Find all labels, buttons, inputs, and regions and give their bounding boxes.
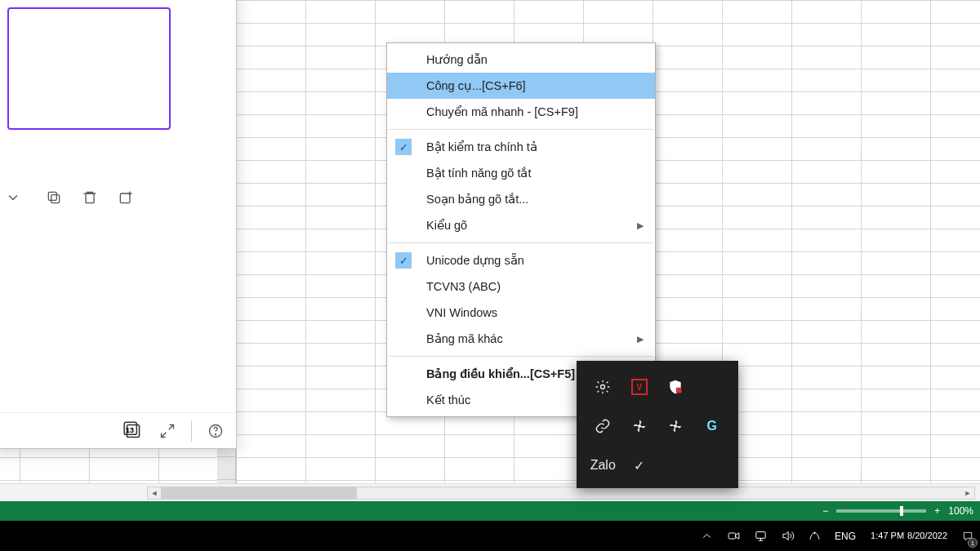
green-check-tray-icon[interactable]: ✓ bbox=[623, 447, 657, 483]
menu-item-label: Kết thúc bbox=[426, 393, 470, 407]
scroll-track[interactable] bbox=[161, 487, 961, 499]
menu-separator bbox=[389, 242, 653, 243]
menu-item[interactable]: Bảng mã khác▶ bbox=[387, 326, 655, 352]
panel-toolbar bbox=[0, 180, 236, 215]
tray-overflow-button[interactable] bbox=[693, 521, 720, 551]
svg-marker-17 bbox=[736, 533, 739, 539]
submenu-arrow-icon: ▶ bbox=[637, 334, 644, 344]
garena-tray-icon[interactable] bbox=[696, 369, 729, 405]
menu-item-label: TCVN3 (ABC) bbox=[426, 280, 501, 293]
defender-tray-icon[interactable] bbox=[659, 369, 693, 405]
svg-rect-13 bbox=[676, 388, 682, 393]
menu-item-label: Bật tính năng gõ tắt bbox=[426, 167, 531, 180]
menu-item-label: Bảng điều khiển...[CS+F5] bbox=[426, 367, 575, 380]
menu-item[interactable]: ✓Bật kiểm tra chính tả bbox=[387, 134, 655, 160]
zoom-in-button[interactable]: + bbox=[934, 505, 940, 517]
time-label: 1:47 PM bbox=[871, 531, 904, 541]
fan2-tray-icon[interactable] bbox=[659, 408, 693, 444]
scroll-left-arrow[interactable]: ◄ bbox=[148, 487, 161, 499]
unikey-tray-icon[interactable]: V bbox=[623, 369, 657, 405]
zoom-slider[interactable] bbox=[836, 509, 926, 513]
svg-point-14 bbox=[638, 424, 640, 427]
menu-item[interactable]: Kiểu gõ▶ bbox=[387, 212, 655, 238]
svg-line-8 bbox=[169, 424, 174, 429]
svg-point-15 bbox=[675, 424, 677, 427]
language-label: ENG bbox=[835, 531, 856, 542]
date-label: 8/20/2022 bbox=[907, 531, 947, 541]
svg-rect-0 bbox=[51, 195, 60, 203]
menu-item-label: Soạn bảng gõ tắt... bbox=[426, 193, 528, 206]
scroll-right-arrow[interactable]: ► bbox=[961, 487, 974, 499]
menu-item-label: Kiểu gõ bbox=[426, 219, 467, 232]
volume-icon[interactable] bbox=[774, 521, 801, 551]
menu-separator bbox=[389, 129, 653, 130]
menu-item-label: Bật kiểm tra chính tả bbox=[426, 140, 537, 153]
trash-icon[interactable] bbox=[81, 189, 99, 207]
menu-item-label: Unicode dựng sẵn bbox=[426, 254, 524, 267]
svg-rect-18 bbox=[756, 532, 765, 539]
scroll-thumb[interactable] bbox=[161, 487, 357, 499]
ime-icon[interactable] bbox=[801, 521, 828, 551]
sheet-scroll-row: ◄ ► bbox=[0, 483, 980, 501]
language-indicator[interactable]: ENG bbox=[828, 521, 862, 551]
svg-rect-3 bbox=[120, 193, 130, 203]
menu-item-label: Công cụ...[CS+F6] bbox=[426, 79, 526, 92]
svg-point-12 bbox=[601, 385, 605, 389]
tray-overflow-popup[interactable]: V G Zalo ✓ bbox=[577, 361, 738, 488]
menu-item[interactable]: TCVN3 (ABC) bbox=[387, 273, 655, 300]
new-tab-icon[interactable] bbox=[117, 189, 135, 207]
submenu-arrow-icon: ▶ bbox=[637, 220, 644, 231]
panel-footer: 13 bbox=[0, 412, 236, 448]
menu-item[interactable]: VNI Windows bbox=[387, 300, 655, 326]
menu-item[interactable]: Hướng dẫn bbox=[387, 47, 655, 73]
settings-tray-icon[interactable] bbox=[586, 369, 620, 405]
menu-item[interactable]: Soạn bảng gõ tắt... bbox=[387, 186, 655, 212]
zoom-control[interactable]: − + 100% bbox=[822, 505, 973, 517]
svg-rect-16 bbox=[728, 533, 736, 539]
menu-separator bbox=[389, 356, 653, 357]
clock[interactable]: 1:47 PM 8/20/2022 bbox=[862, 521, 956, 551]
horizontal-scrollbar[interactable]: ◄ ► bbox=[147, 487, 975, 500]
svg-rect-2 bbox=[86, 193, 94, 203]
menu-item-label: Chuyển mã nhanh - [CS+F9] bbox=[426, 105, 578, 118]
slide-count[interactable]: 13 bbox=[122, 420, 144, 442]
zalo-tray-icon[interactable]: Zalo bbox=[586, 447, 620, 483]
link-tray-icon[interactable] bbox=[586, 408, 620, 444]
help-icon[interactable] bbox=[207, 422, 225, 440]
sheet-tabs-area[interactable] bbox=[0, 484, 147, 501]
svg-marker-21 bbox=[783, 532, 788, 540]
svg-point-22 bbox=[814, 532, 815, 533]
chevron-down-icon[interactable] bbox=[4, 189, 22, 207]
menu-item-label: VNI Windows bbox=[426, 306, 497, 319]
fan1-tray-icon[interactable] bbox=[623, 408, 657, 444]
zoom-percent[interactable]: 100% bbox=[948, 505, 973, 517]
meet-now-icon[interactable] bbox=[720, 521, 747, 551]
check-icon: ✓ bbox=[395, 252, 412, 269]
copy-icon[interactable] bbox=[45, 189, 63, 207]
selected-shape[interactable] bbox=[7, 7, 171, 130]
windows-taskbar[interactable]: ENG 1:47 PM 8/20/2022 1 bbox=[0, 521, 980, 551]
excel-status-bar: − + 100% bbox=[0, 501, 980, 521]
menu-item-label: Hướng dẫn bbox=[426, 53, 488, 66]
logitech-tray-icon[interactable]: G bbox=[696, 408, 729, 444]
menu-item[interactable]: ✓Unicode dựng sẵn bbox=[387, 247, 655, 273]
slide-number-label: 13 bbox=[126, 426, 134, 434]
svg-rect-1 bbox=[48, 192, 56, 200]
zoom-out-button[interactable]: − bbox=[822, 505, 828, 517]
divider bbox=[191, 420, 192, 442]
svg-point-11 bbox=[216, 433, 216, 434]
check-icon: ✓ bbox=[395, 139, 412, 155]
network-icon[interactable] bbox=[747, 521, 774, 551]
menu-item[interactable]: Công cụ...[CS+F6] bbox=[387, 73, 655, 99]
menu-item-label: Bảng mã khác bbox=[426, 332, 503, 345]
svg-line-9 bbox=[162, 432, 167, 437]
notification-badge: 1 bbox=[968, 538, 978, 548]
menu-item[interactable]: Bật tính năng gõ tắt bbox=[387, 160, 655, 186]
fullscreen-icon[interactable] bbox=[158, 422, 176, 440]
notifications-button[interactable]: 1 bbox=[956, 521, 980, 551]
menu-item[interactable]: Chuyển mã nhanh - [CS+F9] bbox=[387, 99, 655, 125]
side-panel: 13 bbox=[0, 0, 237, 449]
